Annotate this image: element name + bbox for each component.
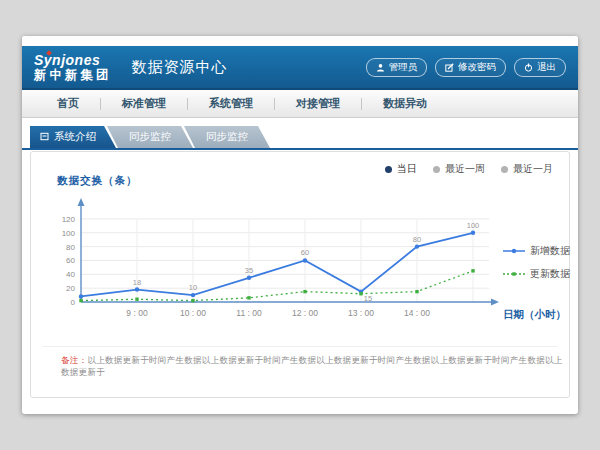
nav-item-system-mgmt[interactable]: 系统管理	[188, 96, 274, 111]
logo-text-en: Synjones	[34, 53, 112, 67]
tab-system-intro[interactable]: 系统介绍	[30, 126, 116, 148]
nav-item-standard-mgmt[interactable]: 标准管理	[101, 96, 187, 111]
radio-today[interactable]: 当日	[385, 162, 417, 176]
legend-label: 更新数据	[530, 267, 570, 281]
radio-dot-icon	[433, 166, 440, 173]
legend-update-data[interactable]: 更新数据	[503, 267, 573, 281]
user-label: 管理员	[389, 61, 418, 74]
x-axis-title: 日期（小时）	[503, 308, 573, 322]
tab-label: 同步监控	[129, 130, 171, 144]
svg-text:60: 60	[66, 256, 75, 265]
radio-dot-icon	[385, 166, 392, 173]
chart-right-column: 新增数据 更新数据 日期（小时）	[503, 196, 573, 334]
svg-text:9 : 00: 9 : 00	[126, 308, 148, 318]
svg-text:10 : 00: 10 : 00	[180, 308, 206, 318]
nav-item-home[interactable]: 首页	[36, 96, 100, 111]
svg-text:0: 0	[71, 298, 76, 307]
svg-text:40: 40	[66, 270, 75, 279]
change-password-label: 修改密码	[458, 61, 496, 74]
document-icon	[40, 131, 49, 143]
footnote-label: 备注：	[61, 355, 87, 365]
svg-text:100: 100	[62, 229, 76, 238]
page-title: 数据资源中心	[132, 58, 228, 77]
svg-text:14 : 00: 14 : 00	[404, 308, 430, 318]
app-window: Synjones 新中新集团 数据资源中心 管理员 修改密码 退出	[22, 36, 578, 414]
radio-last-month[interactable]: 最近一月	[501, 162, 553, 176]
svg-text:20: 20	[66, 284, 75, 293]
logo-text-cn: 新中新集团	[34, 69, 112, 82]
svg-text:15: 15	[364, 294, 372, 303]
user-button[interactable]: 管理员	[366, 58, 428, 77]
svg-text:12 : 00: 12 : 00	[292, 308, 318, 318]
svg-text:80: 80	[66, 243, 75, 252]
tab-underline	[22, 148, 578, 150]
svg-text:35: 35	[245, 266, 253, 275]
radio-label: 最近一月	[513, 162, 553, 176]
svg-text:18: 18	[133, 278, 141, 287]
change-password-button[interactable]: 修改密码	[435, 58, 506, 77]
app-header: Synjones 新中新集团 数据资源中心 管理员 修改密码 退出	[22, 46, 578, 90]
logout-button[interactable]: 退出	[514, 58, 566, 77]
chart-panel: 当日 最近一周 最近一月 数据交换（条） 0204060801001209 : …	[30, 151, 570, 398]
svg-text:13 : 00: 13 : 00	[348, 308, 374, 318]
legend-label: 新增数据	[530, 244, 570, 258]
svg-text:60: 60	[301, 248, 309, 257]
nav-item-data-change[interactable]: 数据异动	[362, 96, 448, 111]
y-axis-title: 数据交换（条）	[57, 174, 138, 188]
main-nav: 首页 标准管理 系统管理 对接管理 数据异动	[22, 90, 578, 118]
header-actions: 管理员 修改密码 退出	[366, 58, 567, 77]
svg-text:11 : 00: 11 : 00	[236, 308, 262, 318]
svg-text:100: 100	[467, 221, 480, 230]
line-chart: 0204060801001209 : 0010 : 0011 : 0012 : …	[41, 196, 501, 334]
edit-icon	[445, 63, 454, 72]
radio-label: 最近一周	[445, 162, 485, 176]
tab-bar: 系统介绍 同步监控 同步监控	[30, 126, 578, 148]
power-icon	[524, 63, 533, 72]
chart-container: 0204060801001209 : 0010 : 0011 : 0012 : …	[41, 196, 573, 334]
content-area: 系统介绍 同步监控 同步监控 当日 最近一	[22, 118, 578, 398]
legend-new-data[interactable]: 新增数据	[503, 244, 573, 258]
radio-last-week[interactable]: 最近一周	[433, 162, 485, 176]
tab-label: 同步监控	[206, 130, 248, 144]
user-icon	[376, 63, 385, 72]
logout-label: 退出	[537, 61, 556, 74]
range-filter-group: 当日 最近一周 最近一月	[385, 162, 553, 176]
tab-label: 系统介绍	[54, 130, 96, 144]
window-top-strip	[22, 36, 578, 46]
company-logo: Synjones 新中新集团	[34, 53, 112, 82]
series-legend: 新增数据 更新数据	[503, 244, 573, 281]
panel-divider	[43, 346, 557, 347]
radio-dot-icon	[501, 166, 508, 173]
nav-item-interface-mgmt[interactable]: 对接管理	[275, 96, 361, 111]
dotted-line-swatch	[503, 270, 525, 278]
footnote-text: 以上数据更新于时间产生数据以上数据更新于时间产生数据以上数据更新于时间产生数据以…	[61, 355, 563, 377]
radio-label: 当日	[397, 162, 417, 176]
footnote: 备注：以上数据更新于时间产生数据以上数据更新于时间产生数据以上数据更新于时间产生…	[61, 355, 569, 379]
svg-text:10: 10	[189, 283, 197, 292]
tab-sync-monitor-1[interactable]: 同步监控	[107, 126, 193, 148]
tab-sync-monitor-2[interactable]: 同步监控	[184, 126, 270, 148]
solid-line-swatch	[503, 247, 525, 255]
desktop-background: Synjones 新中新集团 数据资源中心 管理员 修改密码 退出	[0, 0, 600, 450]
svg-text:80: 80	[413, 235, 421, 244]
svg-text:120: 120	[62, 215, 76, 224]
